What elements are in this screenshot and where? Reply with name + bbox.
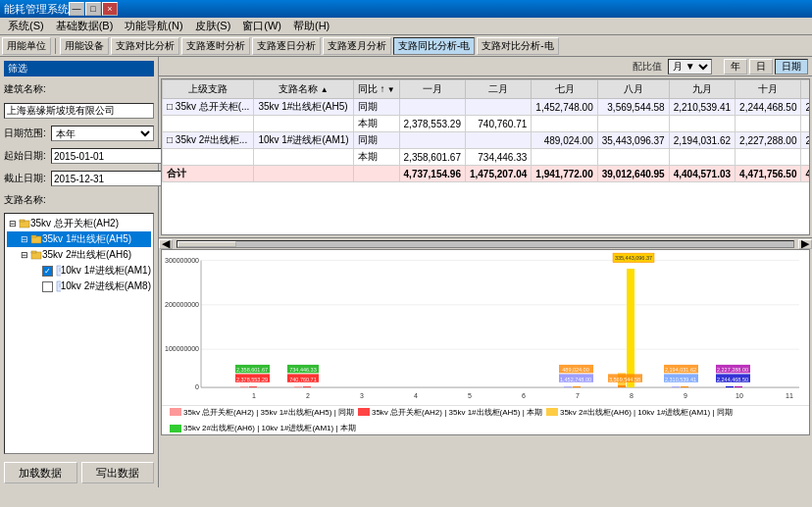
sub-toolbar: 配比值 月 ▼ 年 日 日期: [159, 57, 812, 76]
btn-hourly[interactable]: 支路逐时分析: [181, 37, 250, 55]
cell-feb-3: 734,446.33: [465, 149, 531, 166]
main-toolbar: 用能单位 用能设备 支路对比分析 支路逐时分析 支路逐日分析 支路逐月分析 支路…: [0, 35, 812, 57]
folder-icon-2: [30, 249, 42, 261]
tree-item-0[interactable]: ⊟ 35kv 总开关柜(AH2): [7, 216, 151, 231]
annotation-text-5: 489,024.00: [562, 367, 588, 373]
svg-text:1: 1: [252, 391, 256, 399]
legend-color-0: [170, 408, 181, 416]
cell-parent-1: [163, 116, 254, 132]
menu-system[interactable]: 系统(S): [2, 18, 50, 34]
cell-jan-0: [399, 99, 465, 116]
day-tab[interactable]: 日: [749, 59, 773, 75]
menu-nav[interactable]: 功能导航(N): [119, 18, 188, 34]
tree-label-0: 35kv 总开关柜(AH2): [30, 217, 119, 230]
cell-branch-2: 10kv 1#进线柜(AM1): [254, 132, 353, 149]
checkbox-4[interactable]: [42, 281, 53, 292]
cell-total-nov: 4,240,143.50: [801, 166, 810, 182]
month-select[interactable]: 月 ▼: [668, 59, 712, 75]
table-row: 本期 2,378,553.29 740,760.71: [163, 116, 811, 132]
svg-text:4: 4: [414, 391, 418, 399]
menu-bar: 系统(S) 基础数据(B) 功能导航(N) 皮肤(S) 窗口(W) 帮助(H): [0, 18, 812, 35]
export-btn[interactable]: 写出数据: [81, 462, 155, 483]
th-aug: 八月: [597, 80, 669, 99]
tree-label-2: 35kv 2#出线柜(AH6): [42, 248, 131, 262]
tree-item-2[interactable]: ⊟ 35kv 2#出线柜(AH6): [7, 247, 151, 263]
menu-data[interactable]: 基础数据(B): [50, 18, 120, 34]
cell-feb-1: 740,760.71: [465, 116, 531, 132]
cell-aug-0: 3,569,544.58: [597, 99, 669, 116]
cell-parent-0: □ 35kv 总开关柜(...: [163, 99, 254, 116]
btn-monthly[interactable]: 支路逐月分析: [323, 37, 391, 55]
th-nov: 十一月: [801, 80, 810, 99]
cell-feb-2: [465, 132, 531, 149]
scroll-right-btn[interactable]: ▶: [798, 239, 812, 249]
bar-m9-s1-period: [672, 386, 680, 387]
scroll-left-btn[interactable]: ◀: [159, 239, 173, 249]
expand-icon-1[interactable]: ⊟: [21, 234, 30, 244]
year-tab[interactable]: 年: [724, 59, 747, 75]
svg-text:100000000: 100000000: [165, 345, 199, 353]
bar-m9-s2-period: [681, 386, 688, 387]
date-tab[interactable]: 日期: [775, 59, 808, 75]
date-range-select[interactable]: 本年 上年 自定义: [51, 126, 154, 141]
th-branch[interactable]: 支路名称: [254, 80, 353, 99]
load-data-btn[interactable]: 加载数据: [4, 462, 77, 483]
cell-oct-3: [736, 149, 801, 166]
btn-yoy-elec[interactable]: 支路同比分析-电: [393, 37, 475, 55]
bar-m7-s1-period: [564, 386, 572, 387]
h-scrollbar[interactable]: ◀ ▶: [159, 237, 812, 249]
cell-total-feb: 1,475,207.04: [465, 166, 531, 182]
cell-yoy-2: 同期: [353, 132, 399, 149]
cell-branch-1: [254, 116, 353, 132]
checkbox-3[interactable]: ✓: [42, 266, 53, 277]
start-date-label: 起始日期:: [4, 149, 51, 163]
legend-item-3: 35kv 2#出线柜(AH6) | 10kv 1#进线柜(AM1) | 本期: [170, 423, 356, 433]
btn-energy-unit[interactable]: 用能单位: [2, 37, 51, 55]
tree-item-3[interactable]: ▶ ✓ 10kv 1#进线柜(AM1): [7, 263, 151, 279]
btn-devices[interactable]: 用能设备: [60, 37, 109, 55]
cell-jan-1: 2,378,553.29: [399, 116, 465, 132]
bottom-buttons: 加载数据 写出数据: [4, 462, 154, 483]
cell-aug-2: 35,443,096.37: [597, 132, 669, 149]
sep1: [55, 38, 56, 54]
btn-daily[interactable]: 支路逐日分析: [252, 37, 321, 55]
minimize-btn[interactable]: —: [69, 2, 84, 16]
end-date-row: 截止日期:: [4, 171, 154, 186]
expand-icon-0[interactable]: ⊟: [9, 219, 19, 228]
cell-jul-3: [532, 149, 597, 166]
cell-sep-0: 2,210,539.41: [669, 99, 735, 116]
building-input[interactable]: [4, 103, 154, 119]
th-yoy[interactable]: 同比 ↑: [353, 80, 399, 99]
bar-m8-s2-cur-tall: [627, 269, 634, 387]
svg-text:2: 2: [306, 391, 310, 399]
period-label: 配比值: [633, 60, 662, 74]
chart-inner: 300000000 200000000 100000000 0: [162, 250, 809, 405]
bar-m1-s1-cur: [249, 386, 257, 387]
cell-sep-2: 2,194,031.62: [669, 132, 735, 149]
maximize-btn[interactable]: □: [85, 2, 101, 16]
tree-item-1[interactable]: ⊟ 35kv 1#出线柜(AH5): [7, 231, 151, 247]
menu-skin[interactable]: 皮肤(S): [189, 18, 237, 34]
scroll-thumb[interactable]: [178, 241, 236, 247]
title-bar: 能耗管理系统 — □ ×: [0, 0, 812, 18]
window-controls: — □ ×: [69, 2, 118, 16]
scroll-track[interactable]: [177, 240, 794, 248]
tree-item-4[interactable]: ▶ 10kv 2#进线柜(AM8): [7, 279, 151, 294]
app-title: 能耗管理系统: [4, 2, 69, 17]
svg-rect-1: [20, 220, 25, 222]
tree-label-4: 10kv 2#进线柜(AM8): [61, 279, 151, 293]
btn-compare[interactable]: 支路对比分析: [111, 37, 179, 55]
btn-compare-elec[interactable]: 支路对比分析-电: [477, 37, 558, 55]
legend-color-3: [170, 425, 181, 432]
svg-text:200000000: 200000000: [165, 301, 199, 309]
cell-sep-1: [669, 116, 735, 132]
menu-window[interactable]: 窗口(W): [236, 18, 287, 34]
cell-jul-1: [532, 116, 597, 132]
menu-help[interactable]: 帮助(H): [287, 18, 335, 34]
close-btn[interactable]: ×: [102, 2, 118, 16]
annotation-text-9b: 2,194,031.62: [665, 367, 696, 373]
table-row: □ 35kv 总开关柜(... 35kv 1#出线柜(AH5) 同期 1,452…: [163, 99, 811, 116]
table-row: □ 35kv 2#出线柜... 10kv 1#进线柜(AM1) 同期 489,0…: [163, 132, 811, 149]
expand-icon-2[interactable]: ⊟: [21, 250, 30, 260]
date-range-label: 日期范围:: [4, 127, 51, 140]
